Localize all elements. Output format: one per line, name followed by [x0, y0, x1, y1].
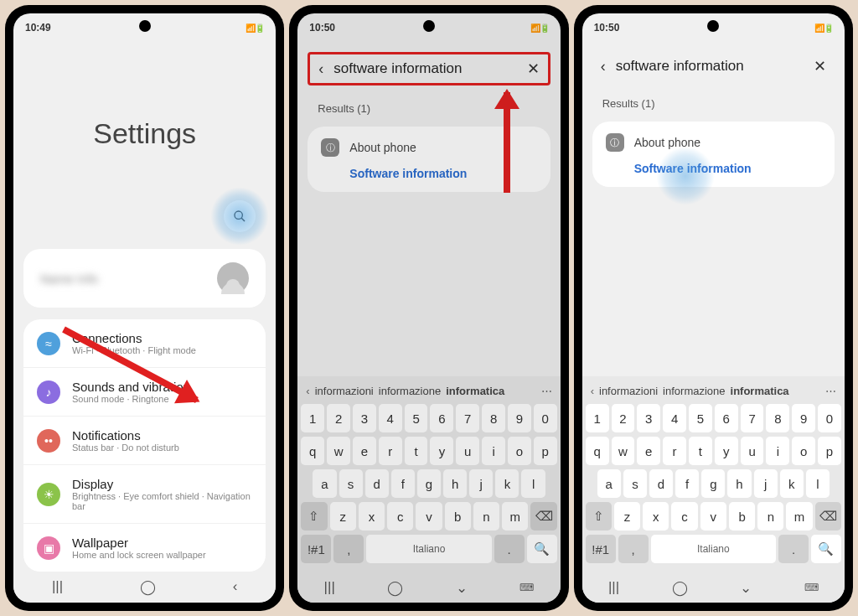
key[interactable]: n — [757, 502, 783, 531]
key[interactable]: c — [671, 502, 697, 531]
key[interactable]: p — [534, 437, 557, 465]
key[interactable]: w — [327, 437, 350, 465]
key[interactable]: 3 — [637, 404, 660, 432]
settings-item[interactable]: ≈ Connections Wi-Fi · Bluetooth · Flight… — [23, 319, 266, 367]
key[interactable]: w — [612, 437, 635, 465]
key[interactable]: b — [729, 502, 755, 531]
key[interactable]: v — [416, 502, 442, 531]
result-card[interactable]: ⓘAbout phone Software information — [308, 127, 550, 192]
key[interactable]: 5 — [405, 404, 428, 432]
key[interactable]: u — [456, 437, 479, 465]
key[interactable]: 9 — [508, 404, 531, 432]
search-key[interactable]: 🔍 — [527, 535, 557, 563]
key[interactable]: d — [365, 469, 389, 498]
key[interactable]: x — [643, 502, 669, 531]
key[interactable]: 0 — [818, 404, 841, 432]
key[interactable]: 7 — [741, 404, 764, 432]
key[interactable]: r — [663, 437, 686, 465]
recents-icon[interactable]: ||| — [52, 578, 63, 595]
key[interactable]: x — [359, 502, 385, 531]
key[interactable]: q — [301, 437, 324, 465]
key[interactable]: l — [806, 469, 830, 498]
key[interactable]: 8 — [482, 404, 505, 432]
symbols-key[interactable]: !#1 — [586, 535, 616, 563]
key[interactable]: u — [741, 437, 764, 465]
key[interactable]: 6 — [430, 404, 453, 432]
search-button[interactable] — [224, 200, 256, 232]
key[interactable]: h — [727, 469, 751, 498]
key[interactable]: m — [786, 502, 812, 531]
key[interactable]: 2 — [327, 404, 350, 432]
settings-item[interactable]: ▣ Wallpaper Home and lock screen wallpap… — [23, 523, 266, 572]
key[interactable]: a — [313, 469, 336, 498]
backspace-key[interactable]: ⌫ — [815, 502, 841, 531]
key[interactable]: m — [502, 502, 528, 531]
key[interactable]: c — [387, 502, 413, 531]
key[interactable]: f — [675, 469, 699, 498]
key[interactable]: r — [379, 437, 402, 465]
key[interactable]: 7 — [456, 404, 479, 432]
key[interactable]: h — [443, 469, 467, 498]
key[interactable]: y — [430, 437, 453, 465]
key[interactable]: 2 — [612, 404, 635, 432]
key[interactable]: i — [766, 437, 789, 465]
backspace-key[interactable]: ⌫ — [530, 502, 556, 531]
key[interactable]: 1 — [586, 404, 609, 432]
key[interactable]: o — [792, 437, 815, 465]
key[interactable]: 4 — [663, 404, 686, 432]
key[interactable]: t — [689, 437, 712, 465]
key[interactable]: b — [445, 502, 471, 531]
key[interactable]: y — [715, 437, 738, 465]
key[interactable]: p — [818, 437, 841, 465]
key[interactable]: k — [780, 469, 804, 498]
shift-key[interactable]: ⇧ — [301, 502, 327, 531]
clear-icon[interactable]: ✕ — [527, 60, 540, 78]
settings-item[interactable]: ☀ Display Brightness · Eye comfort shiel… — [23, 464, 266, 523]
key[interactable]: t — [405, 437, 428, 465]
key[interactable]: g — [417, 469, 441, 498]
key[interactable]: 5 — [689, 404, 712, 432]
key[interactable]: 6 — [715, 404, 738, 432]
search-key[interactable]: 🔍 — [811, 535, 841, 563]
key[interactable]: j — [754, 469, 778, 498]
search-input[interactable] — [616, 58, 804, 75]
key[interactable]: g — [701, 469, 725, 498]
key[interactable]: j — [469, 469, 493, 498]
space-key[interactable]: Italiano — [651, 535, 776, 563]
key[interactable]: 4 — [379, 404, 402, 432]
key[interactable]: s — [339, 469, 363, 498]
space-key[interactable]: Italiano — [366, 535, 491, 563]
key[interactable]: s — [623, 469, 647, 498]
key[interactable]: e — [637, 437, 660, 465]
back-icon[interactable]: ‹ — [233, 578, 238, 595]
settings-list: ≈ Connections Wi-Fi · Bluetooth · Flight… — [23, 319, 266, 572]
key[interactable]: z — [330, 502, 356, 531]
key[interactable]: v — [700, 502, 726, 531]
result-card[interactable]: ⓘAbout phone Software information — [592, 122, 835, 187]
key[interactable]: 9 — [792, 404, 815, 432]
home-icon[interactable]: ◯ — [140, 578, 156, 596]
symbols-key[interactable]: !#1 — [301, 535, 331, 563]
shift-key[interactable]: ⇧ — [586, 502, 612, 531]
key[interactable]: a — [597, 469, 621, 498]
back-icon[interactable]: ‹ — [601, 58, 606, 75]
key[interactable]: n — [473, 502, 499, 531]
back-icon[interactable]: ‹ — [318, 60, 323, 78]
key[interactable]: k — [495, 469, 519, 498]
key[interactable]: 1 — [301, 404, 324, 432]
key[interactable]: d — [649, 469, 673, 498]
search-input[interactable] — [333, 60, 516, 77]
key[interactable]: l — [521, 469, 545, 498]
key[interactable]: 0 — [534, 404, 557, 432]
key[interactable]: q — [586, 437, 609, 465]
key[interactable]: 8 — [766, 404, 789, 432]
key[interactable]: z — [614, 502, 640, 531]
settings-item[interactable]: •• Notifications Status bar · Do not dis… — [23, 416, 266, 464]
profile-card[interactable]: Name Info — [23, 249, 266, 308]
key[interactable]: o — [508, 437, 531, 465]
clear-icon[interactable]: ✕ — [814, 57, 826, 75]
key[interactable]: e — [353, 437, 376, 465]
key[interactable]: 3 — [353, 404, 376, 432]
key[interactable]: i — [482, 437, 505, 465]
key[interactable]: f — [391, 469, 415, 498]
